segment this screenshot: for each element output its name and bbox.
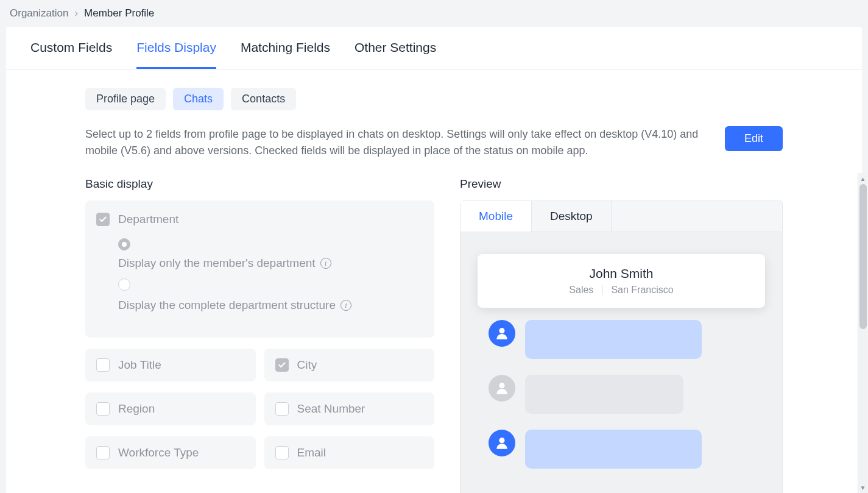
chevron-right-icon: › bbox=[74, 7, 78, 20]
chat-bubble bbox=[525, 430, 702, 469]
svg-point-0 bbox=[499, 328, 504, 333]
field-grid: Job Title City Region bbox=[85, 349, 434, 469]
preview-profile-meta: Sales San Francisco bbox=[492, 285, 750, 296]
sub-tabs: Profile page Chats Contacts bbox=[85, 88, 783, 110]
radio-display-member-dept[interactable]: Display only the member's department i bbox=[118, 238, 423, 270]
field-workforce-type[interactable]: Workforce Type bbox=[85, 436, 256, 469]
preview-tab-desktop[interactable]: Desktop bbox=[532, 201, 612, 232]
field-label: City bbox=[297, 358, 317, 372]
field-city[interactable]: City bbox=[264, 349, 435, 381]
info-icon[interactable]: i bbox=[320, 258, 331, 269]
field-region[interactable]: Region bbox=[85, 392, 256, 425]
preview-column: Preview Mobile Desktop John Smith Sales … bbox=[460, 177, 783, 493]
svg-point-1 bbox=[499, 383, 504, 388]
divider-icon bbox=[602, 285, 602, 295]
description-text: Select up to 2 fields from profile page … bbox=[85, 126, 710, 159]
checkbox-workforce-type[interactable] bbox=[96, 446, 110, 459]
subtab-profile-page[interactable]: Profile page bbox=[85, 88, 166, 110]
tab-matching-fields[interactable]: Matching Fields bbox=[241, 27, 330, 69]
description-row: Select up to 2 fields from profile page … bbox=[85, 126, 783, 159]
subtab-chats[interactable]: Chats bbox=[173, 88, 224, 110]
scrollbar-thumb[interactable] bbox=[859, 184, 867, 329]
avatar-icon bbox=[489, 320, 515, 347]
subtab-contacts[interactable]: Contacts bbox=[231, 88, 296, 110]
preview-tabs: Mobile Desktop bbox=[460, 200, 783, 232]
preview-profile-card: John Smith Sales San Francisco bbox=[478, 254, 765, 308]
svg-point-2 bbox=[499, 438, 504, 443]
chat-bubble bbox=[525, 320, 702, 359]
preview-profile-name: John Smith bbox=[492, 266, 750, 281]
tab-other-settings[interactable]: Other Settings bbox=[355, 27, 436, 69]
field-label: Region bbox=[118, 402, 155, 416]
chevron-down-icon[interactable]: ▼ bbox=[858, 482, 867, 493]
department-checkbox[interactable] bbox=[96, 213, 110, 226]
checkbox-job-title[interactable] bbox=[96, 358, 110, 372]
department-radio-group: Display only the member's department i D… bbox=[96, 238, 423, 312]
field-job-title[interactable]: Job Title bbox=[85, 349, 256, 381]
field-seat-number[interactable]: Seat Number bbox=[264, 392, 435, 425]
radio-label-member-dept: Display only the member's department i bbox=[118, 257, 423, 270]
preview-chat-messages bbox=[478, 320, 765, 469]
field-label: Job Title bbox=[118, 358, 161, 372]
basic-display-column: Basic display Department Display only th… bbox=[85, 177, 434, 469]
avatar-icon bbox=[489, 430, 515, 456]
avatar-icon bbox=[489, 375, 515, 402]
breadcrumb-current: Member Profile bbox=[84, 7, 154, 20]
department-checkbox-row[interactable]: Department bbox=[96, 213, 423, 226]
preview-tab-mobile[interactable]: Mobile bbox=[460, 201, 532, 232]
field-label: Email bbox=[297, 446, 326, 459]
edit-button[interactable]: Edit bbox=[725, 126, 783, 151]
tab-custom-fields[interactable]: Custom Fields bbox=[30, 27, 112, 69]
main-tabs: Custom Fields Fields Display Matching Fi… bbox=[6, 27, 862, 69]
chat-row bbox=[489, 320, 754, 359]
preview-dept-value: Sales bbox=[569, 285, 593, 296]
breadcrumb-parent[interactable]: Organization bbox=[10, 7, 68, 20]
field-label: Seat Number bbox=[297, 402, 365, 416]
radio-label-complete-structure: Display the complete department structur… bbox=[118, 299, 423, 312]
checkbox-region[interactable] bbox=[96, 402, 110, 416]
department-block: Department Display only the member's dep… bbox=[85, 200, 434, 338]
radio-circle-icon bbox=[118, 278, 130, 291]
radio-display-complete-structure[interactable]: Display the complete department structur… bbox=[118, 278, 423, 312]
radio-circle-icon bbox=[118, 238, 130, 250]
main-panel: Custom Fields Fields Display Matching Fi… bbox=[6, 27, 862, 493]
department-label: Department bbox=[118, 213, 178, 226]
field-label: Workforce Type bbox=[118, 446, 199, 459]
breadcrumb: Organization › Member Profile bbox=[0, 0, 868, 27]
preview-city-value: San Francisco bbox=[611, 285, 673, 296]
content-area: Profile page Chats Contacts Select up to… bbox=[6, 69, 862, 493]
chat-bubble bbox=[525, 375, 683, 414]
preview-title: Preview bbox=[460, 177, 783, 191]
info-icon[interactable]: i bbox=[340, 300, 351, 311]
checkbox-email[interactable] bbox=[275, 446, 289, 459]
chevron-up-icon[interactable]: ▲ bbox=[858, 173, 867, 184]
chat-row bbox=[489, 430, 754, 469]
tab-fields-display[interactable]: Fields Display bbox=[136, 27, 216, 69]
checkbox-seat-number[interactable] bbox=[275, 402, 289, 416]
scrollbar[interactable]: ▲ ▼ bbox=[858, 173, 867, 493]
basic-display-title: Basic display bbox=[85, 177, 434, 191]
checkbox-city[interactable] bbox=[275, 358, 289, 372]
preview-body: John Smith Sales San Francisco bbox=[460, 232, 783, 493]
field-email[interactable]: Email bbox=[264, 436, 435, 469]
chat-row bbox=[489, 375, 754, 414]
